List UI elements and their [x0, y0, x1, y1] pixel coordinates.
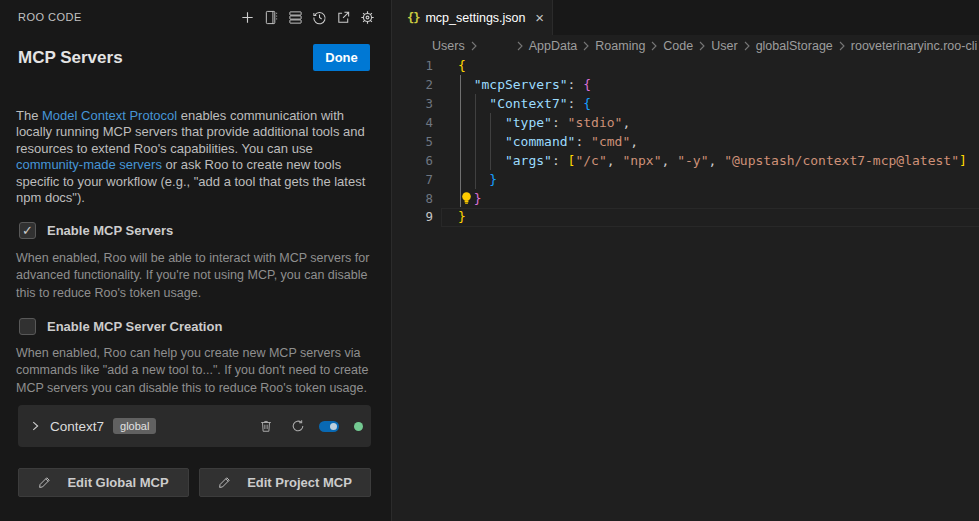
panel-title: ROO CODE: [18, 11, 82, 23]
line-number: 7: [392, 172, 433, 187]
roo-code-sidebar: ROO CODE: [0, 0, 390, 521]
app: ROO CODE: [0, 0, 979, 521]
sidebar-panel-header: ROO CODE: [0, 0, 390, 34]
enable-mcp-creation-description: When enabled, Roo can help you create ne…: [16, 345, 384, 397]
lightbulb-icon[interactable]: [460, 191, 473, 205]
code-line-1: 1{: [392, 57, 979, 76]
code-line-8: 8 }: [392, 189, 979, 208]
breadcrumb-item[interactable]: Code: [663, 39, 693, 53]
line-content: "command": "cmd",: [433, 134, 638, 149]
breadcrumb-separator-icon: [698, 41, 706, 51]
editor-tabbar: {} mcp_settings.json ×: [392, 0, 979, 35]
breadcrumb-item[interactable]: Roaming: [595, 39, 645, 53]
line-content: }: [433, 209, 466, 224]
checkmark-icon: ✓: [22, 224, 33, 237]
code-line-5: 5 "command": "cmd",: [392, 132, 979, 151]
sidebar-toolbar: [235, 9, 379, 26]
plus-icon[interactable]: [235, 9, 259, 26]
tab-close-icon[interactable]: ×: [535, 10, 544, 25]
edit-project-mcp-button[interactable]: Edit Project MCP: [199, 468, 371, 497]
intro-paragraph: The Model Context Protocol enables commu…: [16, 108, 377, 206]
done-button[interactable]: Done: [313, 44, 370, 71]
refresh-icon[interactable]: [286, 419, 310, 433]
pencil-icon: [218, 476, 231, 489]
breadcrumb-item[interactable]: AppData: [529, 39, 578, 53]
mcp-server-icon[interactable]: [283, 9, 307, 26]
code-line-9: 9}: [392, 208, 979, 227]
breadcrumb-separator-icon: [470, 41, 478, 51]
code-line-4: 4 "type": "stdio",: [392, 113, 979, 132]
view-header: MCP Servers Done: [0, 44, 390, 72]
line-content: }: [433, 191, 481, 206]
server-status-dot: [354, 422, 363, 431]
tab-label: mcp_settings.json: [425, 11, 525, 25]
code-line-7: 7 }: [392, 170, 979, 189]
breadcrumb-item[interactable]: rooveterinaryinc.roo-cli: [851, 39, 977, 53]
tab-mcp-settings[interactable]: {} mcp_settings.json ×: [392, 0, 553, 35]
breadcrumb-separator-icon: [516, 41, 524, 51]
line-number: 2: [392, 77, 433, 92]
breadcrumb-item[interactable]: Users: [432, 39, 465, 53]
enable-mcp-creation-row: Enable MCP Server Creation: [19, 318, 222, 335]
enable-mcp-servers-description: When enabled, Roo will be able to intera…: [16, 250, 384, 302]
code-line-3: 3 "Context7": {: [392, 94, 979, 113]
line-number: 5: [392, 134, 433, 149]
line-number: 4: [392, 115, 433, 130]
server-row-context7[interactable]: Context7 global: [18, 405, 371, 447]
breadcrumb-separator-icon: [650, 41, 658, 51]
code-line-6: 6 "args": ["/c", "npx", "-y", "@upstash/…: [392, 151, 979, 170]
enable-mcp-servers-row: ✓ Enable MCP Servers: [19, 222, 173, 239]
server-enabled-toggle[interactable]: [319, 421, 339, 432]
enable-mcp-servers-label: Enable MCP Servers: [47, 223, 173, 238]
breadcrumb-separator-icon: [743, 41, 751, 51]
notebook-icon[interactable]: [259, 9, 283, 26]
breadcrumb-separator-icon: [582, 41, 590, 51]
edit-global-mcp-button[interactable]: Edit Global MCP: [18, 468, 189, 497]
line-content: }: [433, 172, 497, 187]
line-content: "mcpServers": {: [433, 77, 591, 92]
line-number: 3: [392, 96, 433, 111]
chevron-right-icon[interactable]: [28, 419, 42, 433]
trash-icon[interactable]: [254, 419, 278, 433]
line-number: 9: [392, 209, 433, 224]
intro-text-1: The: [16, 108, 42, 123]
line-content: "type": "stdio",: [433, 115, 630, 130]
line-content: "args": ["/c", "npx", "-y", "@upstash/co…: [433, 153, 967, 168]
server-scope-badge: global: [113, 418, 156, 434]
open-in-editor-icon[interactable]: [331, 9, 355, 26]
code-line-2: 2 "mcpServers": {: [392, 75, 979, 94]
line-number: 1: [392, 58, 433, 73]
code-area[interactable]: 1{2 "mcpServers": {3 "Context7": {4 "typ…: [392, 57, 979, 227]
model-context-protocol-link[interactable]: Model Context Protocol: [42, 108, 177, 123]
enable-mcp-creation-label: Enable MCP Server Creation: [47, 319, 222, 334]
line-content: {: [433, 58, 466, 73]
edit-global-mcp-label: Edit Global MCP: [67, 475, 168, 490]
history-icon[interactable]: [307, 9, 331, 26]
pencil-icon: [38, 476, 51, 489]
enable-mcp-creation-checkbox[interactable]: [19, 318, 36, 335]
breadcrumb-item[interactable]: User: [711, 39, 737, 53]
server-row-actions: [254, 419, 371, 433]
toggle-knob: [330, 423, 337, 430]
gear-icon[interactable]: [355, 9, 379, 26]
editor-pane: {} mcp_settings.json × UsersAppDataRoami…: [392, 0, 979, 521]
community-made-servers-link[interactable]: community-made servers: [16, 157, 162, 172]
breadcrumb-item[interactable]: globalStorage: [756, 39, 833, 53]
enable-mcp-servers-checkbox[interactable]: ✓: [19, 222, 36, 239]
line-number: 8: [392, 191, 433, 206]
server-name: Context7: [50, 419, 104, 434]
edit-project-mcp-label: Edit Project MCP: [247, 475, 352, 490]
line-number: 6: [392, 153, 433, 168]
line-content: "Context7": {: [433, 96, 591, 111]
json-file-icon: {}: [407, 11, 419, 25]
breadcrumb: UsersAppDataRoamingCodeUserglobalStorage…: [392, 35, 979, 57]
page-title: MCP Servers: [18, 48, 123, 68]
breadcrumb-separator-icon: [838, 41, 846, 51]
